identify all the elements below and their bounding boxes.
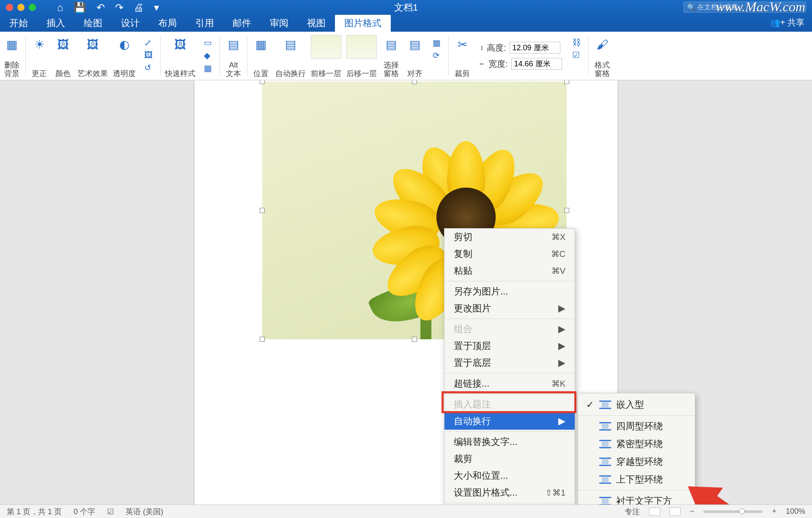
selection-pane-button[interactable]: ▤选择 窗格 <box>379 32 403 80</box>
artistic-effects-button[interactable]: 🖼艺术效果 <box>75 32 110 80</box>
misc-adjust-buttons[interactable]: ⤢🖼↺ <box>138 32 159 80</box>
align-button[interactable]: ▤对齐 <box>403 32 427 80</box>
close-icon[interactable] <box>6 4 13 11</box>
minimize-icon[interactable] <box>17 4 25 11</box>
remove-background-button[interactable]: ▦删除 背景 <box>0 32 24 80</box>
ctx-save-as-picture[interactable]: 另存为图片... <box>444 283 575 300</box>
share-button[interactable]: 👥+ 共享 <box>770 17 804 28</box>
lock-aspect-button[interactable]: ⛓☑ <box>566 32 587 80</box>
ctx-paste[interactable]: 粘贴⌘V <box>444 262 575 279</box>
ctx-crop[interactable]: 裁剪 <box>444 450 575 467</box>
word-count[interactable]: 0 个字 <box>74 507 95 517</box>
home-icon[interactable]: ⌂ <box>57 2 63 14</box>
ctx-cut[interactable]: 剪切⌘X <box>444 229 575 245</box>
wrap-text-button[interactable]: ▤自动换行 <box>273 32 308 80</box>
search-input[interactable]: 🔍 在文档中搜索 <box>683 2 806 13</box>
ctx-bring-to-front[interactable]: 置于顶层▶ <box>444 338 575 354</box>
alt-text-button[interactable]: ▤Alt 文本 <box>222 32 245 80</box>
wrap-behind-text[interactable]: 衬于文字下方 <box>578 492 695 504</box>
ctx-edit-alt-text[interactable]: 编辑替换文字... <box>444 433 575 450</box>
zoom-level[interactable]: 100% <box>786 507 805 516</box>
border-icon[interactable]: ▭ <box>204 38 212 48</box>
tab-start[interactable]: 开始 <box>0 15 37 32</box>
zoom-out-button[interactable]: − <box>690 507 694 516</box>
group-icon[interactable]: ▦ <box>433 38 441 48</box>
height-input[interactable] <box>510 42 560 54</box>
wrap-icon <box>599 401 611 409</box>
ctx-hyperlink[interactable]: 超链接...⌘K <box>444 375 575 392</box>
tab-references[interactable]: 引用 <box>186 15 223 32</box>
reset-picture-icon[interactable]: ↺ <box>144 63 153 73</box>
effects-icon[interactable]: ◆ <box>204 50 212 60</box>
ctx-format-picture[interactable]: 设置图片格式...⇧⌘1 <box>444 484 575 501</box>
zoom-in-button[interactable]: + <box>772 507 776 516</box>
ctx-copy[interactable]: 复制⌘C <box>444 245 575 262</box>
document-title: 文档1 <box>394 1 418 14</box>
compress-icon[interactable]: ⤢ <box>144 38 153 48</box>
focus-mode[interactable]: 专注 <box>625 507 640 517</box>
ribbon-tabs: 开始 插入 绘图 设计 布局 引用 邮件 审阅 视图 图片格式 👥+ 共享 <box>0 15 812 32</box>
quick-access-toolbar: ⌂ 💾 ↶ ↷ 🖨 ▾ <box>57 2 159 14</box>
wrap-submenu: ✓嵌入型 四周型环绕 紧密型环绕 穿越型环绕 上下型环绕 衬于文字下方 浮于文字… <box>578 393 695 504</box>
document-area[interactable]: 剪切⌘X 复制⌘C 粘贴⌘V 另存为图片... 更改图片▶ 组合▶ 置于顶层▶ … <box>0 80 812 504</box>
undo-icon[interactable]: ↶ <box>96 2 105 14</box>
tab-review[interactable]: 审阅 <box>261 15 298 32</box>
wrap-square[interactable]: 四周型环绕 <box>578 417 695 435</box>
width-input[interactable] <box>511 58 562 70</box>
wrap-tight[interactable]: 紧密型环绕 <box>578 435 695 453</box>
customize-icon[interactable]: ▾ <box>154 2 159 14</box>
print-icon[interactable]: 🖨 <box>134 2 144 14</box>
ctx-wrap-text[interactable]: 自动换行↖▶ <box>444 413 575 430</box>
view-web-layout[interactable] <box>669 507 680 516</box>
redo-icon[interactable]: ↷ <box>115 2 123 14</box>
tab-draw[interactable]: 绘图 <box>74 15 112 32</box>
zoom-icon[interactable] <box>29 4 36 11</box>
save-icon[interactable]: 💾 <box>74 2 86 14</box>
tab-view[interactable]: 视图 <box>298 15 335 32</box>
resize-handle[interactable] <box>260 337 265 342</box>
wrap-through[interactable]: 穿越型环绕 <box>578 453 695 471</box>
color-button[interactable]: 🖼颜色 <box>51 32 75 80</box>
spell-check-icon[interactable]: ☑ <box>107 507 114 516</box>
tab-insert[interactable]: 插入 <box>37 15 74 32</box>
preset-icon <box>346 35 377 59</box>
tab-layout[interactable]: 布局 <box>149 15 186 32</box>
wrap-icon <box>599 422 611 431</box>
wrap-top-bottom[interactable]: 上下型环绕 <box>578 471 695 488</box>
wrap-inline[interactable]: ✓嵌入型 <box>578 396 695 414</box>
tab-picture-format[interactable]: 图片格式 <box>335 15 391 32</box>
picture-border-effects[interactable]: ▭◆▦ <box>198 32 218 80</box>
ctx-size-position[interactable]: 大小和位置... <box>444 467 575 484</box>
resize-handle[interactable] <box>412 80 417 84</box>
ctx-send-to-back[interactable]: 置于底层▶ <box>444 354 575 371</box>
resize-handle[interactable] <box>564 208 569 213</box>
transparency-button[interactable]: ◐透明度 <box>110 32 138 80</box>
change-picture-icon[interactable]: 🖼 <box>144 50 153 60</box>
corrections-button[interactable]: ☀更正 <box>27 32 51 80</box>
quick-styles-button[interactable]: 🖼快速样式 <box>162 32 198 80</box>
ribbon: ▦删除 背景 ☀更正 🖼颜色 🖼艺术效果 ◐透明度 ⤢🖼↺ 🖼快速样式 ▭◆▦ … <box>0 32 812 80</box>
view-print-layout[interactable] <box>649 507 660 516</box>
format-pane-button[interactable]: 🖌格式 窗格 <box>590 32 614 80</box>
ctx-group: 组合▶ <box>444 321 575 338</box>
layout-icon[interactable]: ▦ <box>204 63 212 73</box>
page-indicator[interactable]: 第 1 页，共 1 页 <box>7 507 62 517</box>
resize-handle[interactable] <box>564 80 569 84</box>
rotate-icon[interactable]: ⟳ <box>433 50 441 60</box>
resize-handle[interactable] <box>260 208 265 213</box>
tab-design[interactable]: 设计 <box>112 15 149 32</box>
link-icon[interactable]: ⛓ <box>572 38 581 47</box>
checkbox-icon[interactable]: ☑ <box>572 50 581 60</box>
resize-handle[interactable] <box>260 80 265 84</box>
position-button[interactable]: ▦位置 <box>249 32 273 80</box>
language-indicator[interactable]: 英语 (美国) <box>126 507 163 517</box>
group-rotate-buttons[interactable]: ▦⟳ <box>427 32 447 80</box>
bring-forward-button[interactable]: 前移一层 <box>308 32 344 80</box>
resize-handle[interactable] <box>412 337 417 342</box>
ctx-change-picture[interactable]: 更改图片▶ <box>444 300 575 317</box>
tab-mail[interactable]: 邮件 <box>223 15 261 32</box>
send-backward-button[interactable]: 后移一层 <box>344 32 379 80</box>
zoom-slider[interactable] <box>703 510 763 513</box>
wrap-icon <box>599 440 611 448</box>
crop-button[interactable]: ✂裁剪 <box>450 32 474 80</box>
